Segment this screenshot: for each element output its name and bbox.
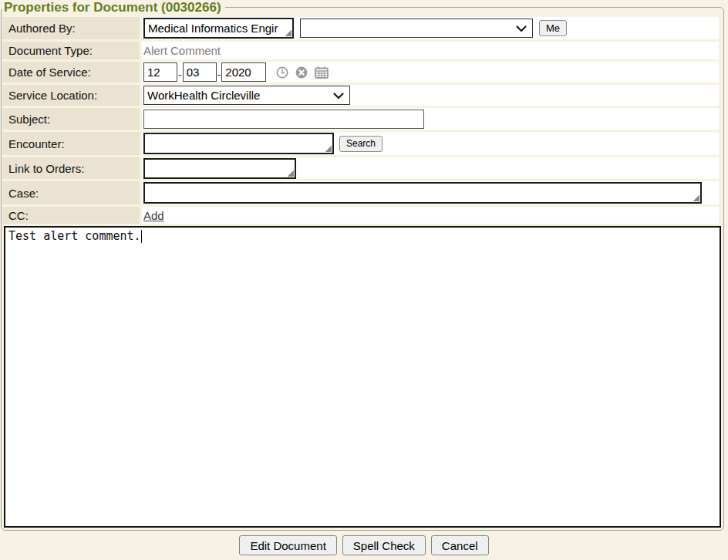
cc-label: CC: [2, 207, 140, 224]
date-year-input[interactable] [221, 62, 266, 82]
clear-icon[interactable] [295, 66, 308, 79]
page-title: Properties for Document (0030266) [2, 0, 225, 15]
document-properties-panel: Properties for Document (0030266) Author… [1, 0, 724, 531]
subject-label: Subject: [2, 108, 140, 130]
case-input[interactable] [143, 182, 702, 204]
text-caret [141, 230, 142, 243]
date-separator: - [217, 67, 221, 83]
authored-by-input[interactable] [143, 18, 294, 39]
search-button[interactable]: Search [339, 136, 383, 152]
encounter-input[interactable] [143, 133, 334, 154]
subject-input[interactable] [143, 110, 424, 129]
form-row-encounter: Encounter: Search [2, 132, 719, 155]
me-button[interactable]: Me [539, 20, 567, 36]
form-row-date-of-service: Date of Service: - - [2, 62, 719, 83]
spell-check-button[interactable]: Spell Check [342, 535, 426, 555]
document-type-label: Document Type: [2, 42, 140, 59]
cc-add-link[interactable]: Add [143, 209, 164, 222]
action-button-row: Edit Document Spell Check Cancel [0, 535, 728, 555]
form-row-subject: Subject: [2, 108, 719, 130]
form-row-cc: CC: Add [2, 207, 719, 224]
authored-by-label: Authored By: [2, 17, 140, 39]
authored-by-input-wrap [143, 18, 294, 39]
document-type-value: Alert Comment [143, 44, 221, 57]
form-row-case: Case: [2, 181, 719, 204]
service-location-select-wrap: WorkHealth Circleville [143, 86, 350, 105]
document-body-editor[interactable]: Test alert comment. [4, 226, 721, 528]
document-body-text: Test alert comment. [8, 229, 141, 243]
date-month-input[interactable] [143, 62, 177, 82]
form-row-document-type: Document Type: Alert Comment [2, 42, 719, 59]
form-row-authored-by: Authored By: Me [2, 17, 719, 39]
cancel-button[interactable]: Cancel [431, 535, 489, 555]
encounter-input-wrap [143, 133, 334, 154]
properties-form: Authored By: Me Document Type: [2, 15, 723, 224]
case-input-wrap [143, 182, 702, 204]
link-to-orders-input-wrap [143, 158, 296, 179]
date-day-input[interactable] [183, 62, 217, 82]
link-to-orders-input[interactable] [143, 158, 296, 179]
encounter-label: Encounter: [2, 132, 140, 155]
form-row-link-to-orders: Link to Orders: [2, 157, 719, 179]
edit-document-button[interactable]: Edit Document [239, 535, 336, 555]
link-to-orders-label: Link to Orders: [2, 157, 140, 179]
clock-icon[interactable] [276, 66, 288, 79]
date-separator: - [178, 67, 182, 83]
authored-by-select-wrap [300, 19, 533, 38]
authored-by-select[interactable] [300, 19, 533, 38]
service-location-select[interactable]: WorkHealth Circleville [143, 86, 350, 105]
form-row-service-location: Service Location: WorkHealth Circleville [2, 85, 719, 106]
service-location-label: Service Location: [2, 85, 140, 106]
case-label: Case: [2, 181, 140, 204]
date-of-service-label: Date of Service: [2, 62, 140, 83]
calendar-icon[interactable] [315, 66, 329, 79]
